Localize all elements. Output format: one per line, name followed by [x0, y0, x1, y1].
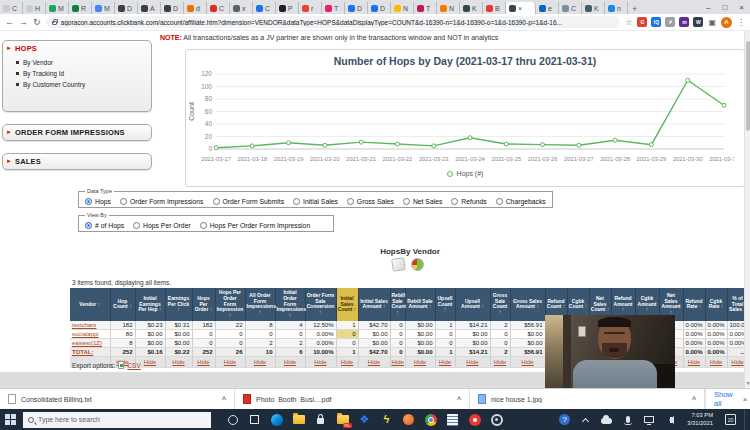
data-type-gross-sales[interactable]: Gross Sales [347, 198, 394, 205]
hide-column-link[interactable]: Hide [414, 359, 426, 365]
hide-column-link[interactable]: Hide [439, 359, 451, 365]
download-filename[interactable]: Photo_Booth_Busi....pdf [256, 396, 332, 403]
tab[interactable]: N [437, 2, 460, 14]
tab[interactable]: H [23, 2, 46, 14]
vendor-link[interactable]: textchars [72, 322, 96, 328]
download-item[interactable]: Photo_Booth_Busi....pdf^ [235, 389, 470, 409]
sort-arrow-icon[interactable]: ↕ [721, 303, 724, 309]
pie-chart-view-icon[interactable] [411, 258, 424, 271]
data-type-chargebacks[interactable]: Chargebacks [496, 198, 546, 205]
sort-arrow-icon[interactable]: ↕ [98, 301, 101, 307]
sidebar-item-by-customer-country[interactable]: By Customer Country [15, 79, 147, 90]
recorder-icon[interactable] [489, 412, 504, 427]
extension-icon[interactable]: m [679, 17, 689, 27]
tab[interactable]: D [115, 2, 138, 14]
column-header-gross-sales-amount[interactable]: Gross Sales Amount ↕ [510, 288, 545, 321]
tab[interactable]: N [391, 2, 414, 14]
url-text[interactable]: agoracon.accounts.clickbank.com/account/… [61, 19, 562, 26]
tab[interactable]: C [559, 2, 582, 14]
sort-arrow-icon[interactable]: ↕ [563, 303, 566, 309]
download-item[interactable]: Consolidated Billing.txt^ [0, 389, 235, 409]
radio-button-icon[interactable] [496, 198, 503, 205]
column-header-all-order-form-impressions[interactable]: All Order Form Impressions ↕ [245, 288, 275, 321]
column-header-order-form-sale-conversion[interactable]: Order Form Sale Conversion ↕ [305, 288, 336, 321]
sort-arrow-icon[interactable]: ↕ [210, 306, 213, 312]
column-header-hop-count[interactable]: Hop Count ↕ [110, 288, 135, 321]
hide-column-link[interactable]: Hide [392, 359, 404, 365]
tab[interactable]: C [253, 2, 276, 14]
radio-button-icon[interactable] [85, 222, 92, 229]
vendor-link[interactable]: easiest(1Z) [72, 340, 102, 346]
data-type-order-form-impressions[interactable]: Order Form Impressions [120, 198, 204, 205]
data-type-hops[interactable]: Hops [85, 198, 111, 205]
hide-column-link[interactable]: Hide [494, 359, 506, 365]
sidebar-item-by-vendor[interactable]: By Vendor [15, 57, 147, 68]
sort-arrow-icon[interactable]: ↕ [699, 303, 702, 309]
column-header-hops-per-order[interactable]: Hops Per Order ↕ [192, 288, 215, 321]
tab[interactable]: x [230, 2, 253, 14]
column-header-hops-per-order-form-impression[interactable]: Hops Per Order Form Impression ↕ [215, 288, 245, 321]
tab[interactable]: T [322, 2, 345, 14]
hide-column-link[interactable]: Hide [466, 359, 478, 365]
close-button[interactable]: × [733, 3, 750, 12]
tab[interactable]: M [46, 2, 69, 14]
sort-arrow-icon[interactable]: ↕ [354, 306, 357, 312]
radio-button-icon[interactable] [347, 198, 354, 205]
security-app-icon[interactable] [313, 412, 328, 427]
radio-button-icon[interactable] [213, 198, 220, 205]
hide-column-link[interactable]: Hide [314, 359, 326, 365]
edge-icon[interactable] [269, 412, 284, 427]
tab[interactable]: e [536, 2, 559, 14]
tab[interactable]: T [414, 2, 437, 14]
expand-arrow-icon[interactable]: ► [6, 158, 12, 164]
forward-icon[interactable]: → [19, 17, 28, 27]
cortana-icon[interactable] [225, 412, 240, 427]
taskbar-search-input[interactable]: Type here to search [23, 412, 211, 428]
sort-arrow-icon[interactable]: ↕ [259, 309, 262, 315]
tab[interactable]: C [207, 2, 230, 14]
hide-column-link[interactable]: Hide [144, 359, 156, 365]
tab[interactable]: A [138, 2, 161, 14]
help-icon[interactable]: ? [557, 412, 572, 427]
column-header-earnings-per-click[interactable]: Earnings Per Click ↕ [165, 288, 192, 321]
hide-column-link[interactable]: Hide [172, 359, 184, 365]
sort-arrow-icon[interactable]: ↕ [289, 312, 292, 318]
dropbox-icon[interactable]: ❖ [357, 412, 372, 427]
sort-arrow-icon[interactable]: ↕ [177, 306, 180, 312]
total-label-link[interactable]: TOTAL: [72, 349, 93, 355]
column-header-initial-earnings-per-hop[interactable]: Initial Earnings Per Hop ↕ [135, 288, 165, 321]
tab[interactable]: K [582, 2, 605, 14]
address-bar[interactable]: agoracon.accounts.clickbank.com/account/… [46, 16, 621, 28]
view-by-hops-per-order-form-impression[interactable]: Hops Per Order Form Impression [200, 222, 310, 229]
column-header-refund-rate[interactable]: Refund Rate ↕ [683, 288, 705, 321]
file-explorer-icon[interactable] [291, 412, 306, 427]
sort-arrow-icon[interactable]: ↕ [536, 303, 539, 309]
download-caret-icon[interactable]: ^ [457, 396, 461, 403]
view-by-#-of-hops[interactable]: # of Hops [85, 222, 124, 229]
scrollbar-thumb[interactable] [746, 41, 750, 131]
start-button-icon[interactable] [5, 414, 17, 426]
chrome-menu-icon[interactable]: ⋮ [737, 18, 745, 27]
tab[interactable]: C [0, 2, 23, 14]
column-header-cgbk-rate[interactable]: Cgbk Rate ↕ [705, 288, 727, 321]
speaker-icon[interactable] [662, 412, 677, 427]
sort-arrow-icon[interactable]: ↕ [499, 309, 502, 315]
show-desktop-button[interactable] [744, 409, 747, 430]
extensions-puzzle-icon[interactable]: ▣ [708, 18, 716, 27]
folder-downloads-icon[interactable]: 99+ [335, 412, 350, 427]
view-by-hops-per-order[interactable]: Hops Per Order [133, 222, 191, 229]
sort-arrow-icon[interactable]: ↕ [481, 303, 484, 309]
expand-arrow-icon[interactable]: ► [6, 129, 12, 135]
sort-arrow-icon[interactable]: ↕ [129, 303, 132, 309]
tab[interactable]: B [483, 2, 506, 14]
radio-button-icon[interactable] [293, 198, 300, 205]
hide-column-link[interactable]: Hide [521, 359, 533, 365]
sidebar-section-hops[interactable]: ►HOPSBy VendorBy Tracking IdBy Customer … [2, 40, 152, 112]
extension-icon[interactable]: # [665, 17, 675, 27]
sort-arrow-icon[interactable]: ↕ [607, 306, 610, 312]
page-scrollbar[interactable]: ▼ [744, 31, 750, 388]
column-header-vendor[interactable]: Vendor ↕ [70, 288, 110, 321]
column-header-initial-sales-count[interactable]: Initial Sales Count ↕ [336, 288, 358, 321]
column-header-initial-sales-amount[interactable]: Initial Sales Amount ↕ [358, 288, 390, 321]
scrollbar-down-arrow[interactable]: ▼ [745, 380, 750, 386]
